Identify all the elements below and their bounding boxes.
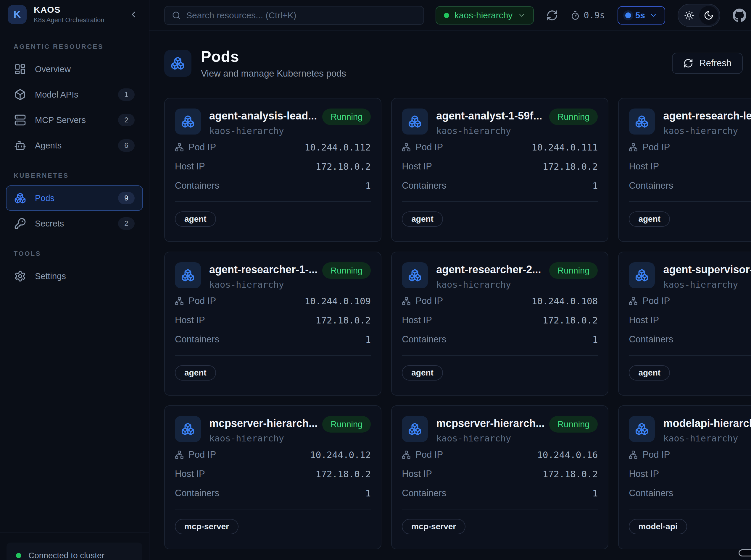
pod-tags: agent [629, 365, 751, 381]
card-divider [175, 201, 371, 202]
pod-namespace: kaos-hierarchy [436, 433, 544, 443]
pod-card[interactable]: agent-researcher-2... kaos-hierarchy Run… [391, 252, 609, 396]
pods-boxes-icon [14, 192, 26, 204]
pod-ip-row: Pod IP 10.244.0.109 [175, 296, 371, 306]
key-icon [14, 218, 26, 229]
container-tag: agent [175, 365, 216, 381]
page-header: Pods View and manage Kubernetes pods Ref… [164, 47, 743, 79]
refresh-icon [683, 58, 693, 68]
refresh-button[interactable]: Refresh [672, 53, 743, 74]
namespace-label: kaos-hierarchy [455, 11, 513, 20]
pod-ip-row: Pod IP 10.244.0.154 [629, 449, 751, 460]
containers-label: Containers [629, 180, 673, 191]
sidebar-item-overview[interactable]: Overview [6, 57, 143, 82]
pod-card[interactable]: agent-researcher-1-... kaos-hierarchy Ru… [164, 252, 381, 396]
sidebar-item-label: Secrets [35, 219, 64, 228]
host-ip-value: 172.18.0.2 [316, 315, 371, 325]
host-ip-label: Host IP [175, 161, 205, 172]
containers-value: 1 [365, 488, 371, 499]
containers-label-text: Containers [402, 488, 446, 499]
host-ip-row: Host IP 172.18.0.2 [175, 315, 371, 325]
host-ip-row: Host IP 172.18.0.2 [402, 161, 598, 172]
pod-name: mcpserver-hierarch... [436, 416, 544, 429]
chevron-left-icon [129, 10, 138, 19]
pod-ip-label-text: Pod IP [416, 449, 443, 460]
pod-icon-tile [629, 108, 655, 135]
sidebar-item-label: Overview [35, 64, 71, 74]
pod-card[interactable]: agent-research-lea... kaos-hierarchy Run… [618, 98, 751, 242]
sidebar-item-model-apis[interactable]: Model APIs 1 [6, 82, 143, 107]
sidebar-item-agents[interactable]: Agents 6 [6, 133, 143, 158]
pod-name: modelapi-hierarchy... [663, 416, 751, 429]
pod-icon-tile [175, 108, 201, 135]
refresh-interval-selector[interactable]: 5s [618, 6, 665, 24]
pods-boxes-icon [181, 268, 195, 282]
light-theme-button[interactable] [680, 6, 699, 25]
pod-card[interactable]: agent-analyst-1-59f... kaos-hierarchy Ru… [391, 98, 609, 242]
app-identity: KAOS K8s Agent Orchestration [34, 5, 104, 24]
theme-toggle [678, 4, 720, 27]
host-ip-label-text: Host IP [629, 468, 659, 479]
scrollbar-thumb[interactable] [738, 549, 751, 557]
sidebar-collapse-button[interactable] [127, 8, 140, 21]
pod-namespace: kaos-hierarchy [436, 126, 544, 136]
sidebar-item-label: Agents [35, 141, 61, 151]
pod-details: Pod IP 10.244.0.110 Host IP 172.18.0.2 C… [629, 142, 751, 200]
pod-card[interactable]: modelapi-hierarchy... kaos-hierarchy Run… [618, 405, 751, 549]
containers-label-text: Containers [629, 334, 673, 345]
pod-tags: agent [402, 365, 598, 381]
network-icon [175, 297, 184, 305]
host-ip-row: Host IP 172.18.0.2 [629, 315, 751, 325]
pod-icon-tile [175, 416, 201, 442]
pod-card[interactable]: agent-analysis-lead... kaos-hierarchy Ru… [164, 98, 381, 242]
sidebar-item-secrets[interactable]: Secrets 2 [6, 211, 143, 236]
pod-card[interactable]: mcpserver-hierarch... kaos-hierarchy Run… [164, 405, 381, 549]
pod-name: agent-research-lea... [663, 108, 751, 122]
sidebar-item-mcp-servers[interactable]: MCP Servers 2 [6, 107, 143, 133]
network-icon [629, 297, 638, 305]
host-ip-label-text: Host IP [175, 468, 205, 479]
refresh-button-label: Refresh [699, 58, 731, 68]
pod-ip-label-text: Pod IP [642, 142, 670, 153]
pod-card[interactable]: agent-supervisor-7... kaos-hierarchy Run… [618, 252, 751, 396]
page-titles: Pods View and manage Kubernetes pods [201, 47, 346, 79]
github-link[interactable] [733, 8, 746, 22]
sidebar-item-pods[interactable]: Pods 9 [6, 185, 143, 211]
pod-namespace: kaos-hierarchy [209, 126, 317, 136]
container-tag: agent [402, 365, 443, 381]
sidebar-item-label: Model APIs [35, 90, 78, 100]
topbar-controls: kaos-hierarchy 0.9s 5s [436, 4, 746, 27]
pod-ip-label: Pod IP [629, 449, 670, 460]
host-ip-label: Host IP [402, 468, 432, 479]
content: Pods View and manage Kubernetes pods Ref… [150, 31, 751, 560]
pod-card-titles: agent-researcher-1-... kaos-hierarchy [209, 262, 317, 290]
pod-ip-label-text: Pod IP [189, 142, 216, 153]
host-ip-label-text: Host IP [402, 161, 432, 172]
search-input[interactable] [186, 11, 416, 20]
pod-ip-value: 10.244.0.111 [532, 142, 598, 153]
pod-name: agent-analysis-lead... [209, 108, 317, 122]
host-ip-label: Host IP [175, 468, 205, 479]
count-badge: 6 [118, 139, 135, 152]
refresh-icon-button[interactable] [546, 9, 558, 21]
containers-row: Containers 1 [175, 488, 371, 499]
search-box [164, 6, 424, 25]
containers-label: Containers [629, 488, 673, 499]
pod-tags: agent [402, 212, 598, 227]
host-ip-label: Host IP [629, 315, 659, 325]
pod-card[interactable]: mcpserver-hierarch... kaos-hierarchy Run… [391, 405, 609, 549]
sidebar-item-settings[interactable]: Settings [6, 263, 143, 289]
host-ip-label: Host IP [629, 161, 659, 172]
container-tag: mcp-server [175, 519, 238, 534]
containers-row: Containers 1 [175, 334, 371, 345]
pod-name: agent-analyst-1-59f... [436, 108, 544, 122]
refresh-duration: 0.9s [571, 10, 605, 20]
namespace-selector[interactable]: kaos-hierarchy [436, 6, 534, 24]
host-ip-label-text: Host IP [402, 468, 432, 479]
network-icon [175, 143, 184, 152]
pod-card-header: agent-researcher-1-... kaos-hierarchy Ru… [175, 262, 371, 290]
pod-details: Pod IP 10.244.0.112 Host IP 172.18.0.2 C… [175, 142, 371, 200]
card-divider [629, 509, 751, 509]
pods-page-icon-tile [164, 50, 191, 77]
dark-theme-button[interactable] [699, 6, 718, 25]
